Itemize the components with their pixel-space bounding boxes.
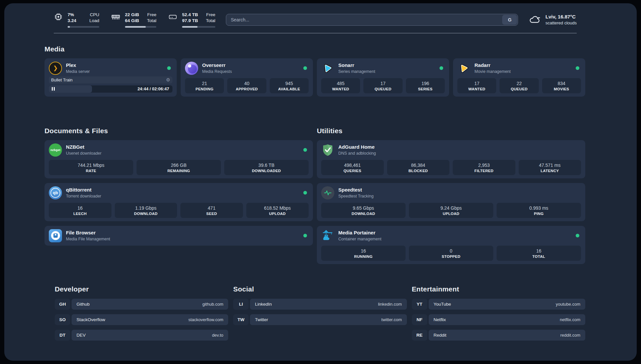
cpu-progress-fill	[68, 26, 70, 28]
stat-rate: 744.21 Mbps RATE	[49, 160, 133, 175]
bookmark-name: LinkedIn	[255, 302, 272, 307]
bookmark-abbr: LI	[233, 299, 249, 310]
adguard-icon	[321, 143, 334, 157]
app-subtitle: Torrent downloader	[66, 194, 101, 199]
bookmark-url: stackoverflow.com	[188, 317, 223, 322]
section-media: Media ❯ Plex Media server Bullet Train	[45, 45, 585, 97]
bookmark-name: DEV	[76, 333, 86, 338]
cpu-usage-label: CPU	[89, 12, 99, 18]
bookmark-abbr: DT	[55, 330, 70, 341]
app-name: Overseerr	[202, 62, 232, 69]
app-name: Sonarr	[338, 62, 375, 69]
plex-card[interactable]: ❯ Plex Media server Bullet Train ⚙	[45, 58, 177, 97]
stat-running: 16 RUNNING	[321, 246, 406, 261]
bookmark-abbr: RE	[412, 330, 427, 341]
disk-free-label: Free	[206, 12, 215, 18]
stat-downloaded: 39.6 TB DOWNLOADED	[224, 160, 309, 175]
app-name: Media Portainer	[338, 230, 382, 236]
playback-progress-bar[interactable]: 24:44 / 02:06:47	[49, 85, 172, 93]
stat-latency: 47.571 ms LATENCY	[519, 160, 581, 175]
portainer-card[interactable]: Media Portainer Container management 16 …	[317, 226, 585, 264]
speedtest-card[interactable]: Speedtest Speedtest Tracking 9.65 Gbps D…	[317, 183, 585, 221]
disk-total-label: Total	[206, 18, 215, 24]
cpu-icon	[54, 12, 63, 22]
bookmark-stackoverflow[interactable]: SO StackOverflow stackoverflow.com	[55, 314, 228, 325]
bookmark-name: YouTube	[434, 302, 451, 307]
filebrowser-icon	[49, 229, 62, 242]
cpu-usage-value: 7%	[68, 12, 81, 18]
portainer-icon	[321, 229, 334, 242]
app-subtitle: DNS and adblocking	[338, 151, 376, 156]
sonarr-card[interactable]: Sonarr Series management 485 WANTED 17 Q…	[317, 58, 449, 97]
search-bar: G	[226, 14, 518, 26]
nzbget-card[interactable]: nzbget NZBGet Usenet downloader 744.21 M…	[45, 140, 313, 178]
bookmark-url: youtube.com	[556, 302, 580, 307]
radarr-icon	[457, 62, 471, 75]
bookmark-name: Reddit	[434, 333, 446, 338]
app-subtitle: Media Requests	[202, 69, 232, 74]
app-name: Speedtest	[338, 187, 374, 193]
memory-stat: 22 GiB 64 GiB Free Total	[111, 12, 156, 28]
status-dot	[167, 66, 171, 70]
disk-progress-bar	[182, 26, 215, 28]
now-playing-title: Bullet Train	[51, 77, 73, 82]
section-developer: Developer GH Github github.com SO StackO…	[55, 285, 228, 345]
entertainment-section-title: Entertainment	[412, 285, 585, 293]
stat-leech: 16 LEECH	[49, 203, 111, 218]
header-divider	[54, 33, 577, 33]
playback-time: 24:44 / 02:06:47	[137, 85, 169, 93]
app-name: File Browser	[66, 230, 110, 236]
ram-free-label: Free	[147, 12, 157, 18]
ram-total-value: 64 GiB	[125, 18, 139, 24]
gear-icon[interactable]: ⚙	[165, 77, 171, 82]
developer-section-title: Developer	[55, 285, 228, 293]
disk-free-value: 52.4 TB	[182, 12, 198, 18]
stat-seed: 471 SEED	[180, 203, 243, 218]
app-subtitle: Media server	[66, 69, 90, 74]
stat-approved: 40 APPROVED	[227, 78, 266, 93]
bookmark-linkedin[interactable]: LI LinkedIn linkedin.com	[233, 299, 407, 310]
stat-wanted: 17 WANTED	[457, 78, 496, 93]
bookmark-url: reddit.com	[560, 333, 580, 338]
cpu-progress-bar	[68, 26, 99, 28]
overseerr-icon	[185, 62, 198, 75]
section-entertainment: Entertainment YT YouTube youtube.com NF …	[412, 285, 585, 345]
radarr-card[interactable]: Radarr Movie management 17 WANTED 22 QUE…	[453, 58, 585, 97]
bookmark-twitter[interactable]: TW Twitter twitter.com	[233, 314, 407, 325]
qbittorrent-icon: qb	[49, 186, 62, 199]
bookmark-netflix[interactable]: NF Netflix netflix.com	[412, 314, 585, 325]
bookmark-dev[interactable]: DT DEV dev.to	[55, 330, 228, 341]
bookmark-name: Twitter	[255, 317, 268, 322]
app-name: Radarr	[474, 62, 511, 69]
pause-icon[interactable]	[52, 87, 53, 91]
app-name: AdGuard Home	[338, 144, 376, 150]
search-engine-button[interactable]: G	[502, 15, 517, 25]
stat-movies: 834 MOVIES	[542, 78, 581, 93]
stat-filtered: 2,953 FILTERED	[453, 160, 515, 175]
stat-total: 16 TOTAL	[497, 246, 581, 261]
stat-upload: 9.24 Gbps UPLOAD	[409, 203, 493, 218]
stat-available: 945 AVAILABLE	[270, 78, 309, 93]
qbittorrent-card[interactable]: qb qBittorrent Torrent downloader 16 LEE…	[45, 183, 313, 221]
adguard-card[interactable]: AdGuard Home DNS and adblocking 498,461 …	[317, 140, 585, 178]
disk-total-value: 97.9 TB	[182, 18, 198, 24]
header: 7% 3.24 CPU Load	[45, 3, 585, 28]
bookmark-github[interactable]: GH Github github.com	[55, 299, 228, 310]
cpu-load-label: Load	[89, 18, 99, 24]
stat-blocked: 86,384 BLOCKED	[387, 160, 450, 175]
bookmark-abbr: YT	[412, 299, 427, 310]
speedtest-icon	[321, 186, 334, 199]
ram-total-label: Total	[147, 18, 157, 24]
stat-queued: 17 QUEUED	[363, 78, 402, 93]
system-stats: 7% 3.24 CPU Load	[54, 12, 215, 28]
bookmark-youtube[interactable]: YT YouTube youtube.com	[412, 299, 585, 310]
bookmark-reddit[interactable]: RE Reddit reddit.com	[412, 330, 585, 341]
search-input[interactable]	[226, 14, 518, 26]
stat-upload: 618.52 Mbps UPLOAD	[246, 203, 309, 218]
stat-series: 196 SERIES	[406, 78, 445, 93]
filebrowser-card[interactable]: File Browser Media File Management	[45, 226, 313, 246]
status-dot	[576, 66, 579, 70]
app-name: Plex	[66, 62, 90, 69]
overseerr-card[interactable]: Overseerr Media Requests 21 PENDING 40 A…	[181, 58, 313, 97]
disk-progress-fill	[182, 26, 197, 28]
